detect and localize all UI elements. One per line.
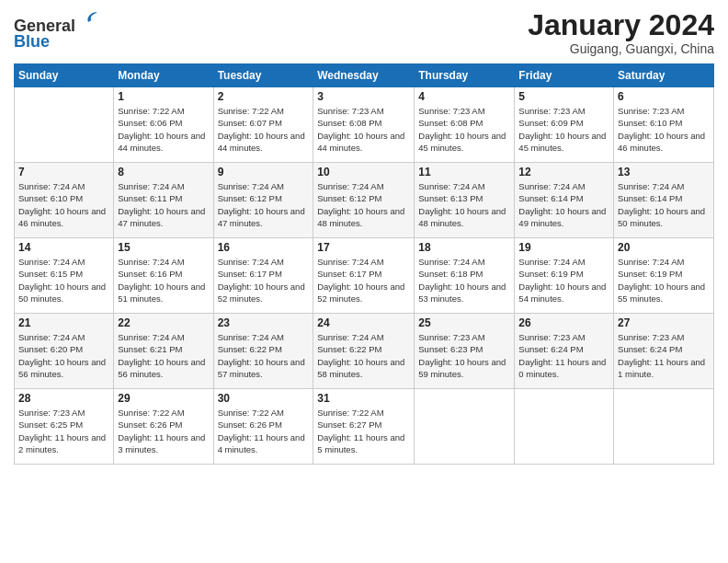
- day-number: 5: [518, 90, 609, 103]
- col-tuesday: Tuesday: [213, 64, 313, 87]
- day-info: Sunrise: 7:23 AM Sunset: 6:24 PM Dayligh…: [518, 331, 609, 380]
- calendar-day-cell: 20Sunrise: 7:24 AM Sunset: 6:19 PM Dayli…: [614, 238, 714, 314]
- day-number: 28: [18, 392, 109, 405]
- day-info: Sunrise: 7:23 AM Sunset: 6:24 PM Dayligh…: [618, 331, 710, 380]
- calendar-day-cell: 6Sunrise: 7:23 AM Sunset: 6:10 PM Daylig…: [614, 87, 714, 163]
- col-saturday: Saturday: [614, 64, 714, 87]
- day-info: Sunrise: 7:24 AM Sunset: 6:12 PM Dayligh…: [317, 180, 410, 229]
- day-info: Sunrise: 7:24 AM Sunset: 6:13 PM Dayligh…: [418, 180, 510, 229]
- day-info: Sunrise: 7:24 AM Sunset: 6:14 PM Dayligh…: [518, 180, 609, 229]
- day-info: Sunrise: 7:24 AM Sunset: 6:12 PM Dayligh…: [218, 180, 310, 229]
- location: Guigang, Guangxi, China: [528, 41, 714, 56]
- day-info: Sunrise: 7:23 AM Sunset: 6:10 PM Dayligh…: [618, 105, 710, 154]
- day-number: 4: [418, 90, 510, 103]
- calendar-day-cell: 15Sunrise: 7:24 AM Sunset: 6:16 PM Dayli…: [114, 238, 213, 314]
- day-info: Sunrise: 7:24 AM Sunset: 6:16 PM Dayligh…: [118, 256, 209, 304]
- day-number: 15: [118, 241, 209, 254]
- header: General Blue January 2024 Guigang, Guang…: [14, 9, 714, 56]
- calendar-day-cell: 10Sunrise: 7:24 AM Sunset: 6:12 PM Dayli…: [313, 163, 415, 238]
- day-number: 3: [317, 90, 410, 103]
- day-info: Sunrise: 7:24 AM Sunset: 6:21 PM Dayligh…: [118, 331, 209, 380]
- calendar-day-cell: 23Sunrise: 7:24 AM Sunset: 6:22 PM Dayli…: [213, 314, 313, 389]
- day-number: 31: [317, 392, 410, 405]
- calendar-day-cell: 4Sunrise: 7:23 AM Sunset: 6:08 PM Daylig…: [415, 87, 515, 163]
- day-number: 19: [518, 241, 609, 254]
- day-number: 21: [18, 316, 109, 329]
- calendar-day-cell: 21Sunrise: 7:24 AM Sunset: 6:20 PM Dayli…: [15, 314, 114, 389]
- day-number: 1: [118, 90, 209, 103]
- calendar-day-cell: 13Sunrise: 7:24 AM Sunset: 6:14 PM Dayli…: [614, 163, 714, 238]
- calendar-header-row: Sunday Monday Tuesday Wednesday Thursday…: [15, 64, 714, 87]
- calendar-week-row: 21Sunrise: 7:24 AM Sunset: 6:20 PM Dayli…: [15, 314, 714, 389]
- day-info: Sunrise: 7:22 AM Sunset: 6:07 PM Dayligh…: [218, 105, 310, 154]
- calendar-day-cell: 5Sunrise: 7:23 AM Sunset: 6:09 PM Daylig…: [515, 87, 614, 163]
- day-info: Sunrise: 7:24 AM Sunset: 6:14 PM Dayligh…: [618, 180, 710, 229]
- calendar-day-cell: 9Sunrise: 7:24 AM Sunset: 6:12 PM Daylig…: [213, 163, 313, 238]
- calendar-day-cell: 28Sunrise: 7:23 AM Sunset: 6:25 PM Dayli…: [15, 389, 114, 465]
- day-info: Sunrise: 7:24 AM Sunset: 6:17 PM Dayligh…: [218, 256, 310, 304]
- day-number: 23: [218, 316, 310, 329]
- calendar-day-cell: 25Sunrise: 7:23 AM Sunset: 6:23 PM Dayli…: [415, 314, 515, 389]
- day-info: Sunrise: 7:23 AM Sunset: 6:08 PM Dayligh…: [317, 105, 410, 154]
- month-title: January 2024: [528, 9, 714, 41]
- calendar-week-row: 14Sunrise: 7:24 AM Sunset: 6:15 PM Dayli…: [15, 238, 714, 314]
- day-number: 7: [18, 166, 109, 178]
- col-sunday: Sunday: [15, 64, 114, 87]
- day-info: Sunrise: 7:22 AM Sunset: 6:06 PM Dayligh…: [118, 105, 209, 154]
- day-info: Sunrise: 7:23 AM Sunset: 6:23 PM Dayligh…: [418, 331, 510, 380]
- day-info: Sunrise: 7:24 AM Sunset: 6:10 PM Dayligh…: [18, 180, 109, 229]
- day-number: 6: [618, 90, 710, 103]
- day-number: 2: [218, 90, 310, 103]
- calendar-day-cell: [415, 389, 515, 465]
- day-number: 11: [418, 166, 510, 178]
- day-number: 10: [317, 166, 410, 178]
- day-number: 18: [418, 241, 510, 254]
- calendar-day-cell: 16Sunrise: 7:24 AM Sunset: 6:17 PM Dayli…: [213, 238, 313, 314]
- calendar-day-cell: 8Sunrise: 7:24 AM Sunset: 6:11 PM Daylig…: [114, 163, 213, 238]
- day-info: Sunrise: 7:23 AM Sunset: 6:08 PM Dayligh…: [418, 105, 510, 154]
- day-number: 26: [518, 316, 609, 329]
- page: General Blue January 2024 Guigang, Guang…: [0, 0, 728, 563]
- calendar-day-cell: 14Sunrise: 7:24 AM Sunset: 6:15 PM Dayli…: [15, 238, 114, 314]
- calendar-day-cell: [15, 87, 114, 163]
- day-info: Sunrise: 7:24 AM Sunset: 6:22 PM Dayligh…: [218, 331, 310, 380]
- calendar-week-row: 28Sunrise: 7:23 AM Sunset: 6:25 PM Dayli…: [15, 389, 714, 465]
- calendar-week-row: 1Sunrise: 7:22 AM Sunset: 6:06 PM Daylig…: [15, 87, 714, 163]
- day-number: 20: [618, 241, 710, 254]
- day-info: Sunrise: 7:24 AM Sunset: 6:20 PM Dayligh…: [18, 331, 109, 380]
- calendar-day-cell: 30Sunrise: 7:22 AM Sunset: 6:26 PM Dayli…: [213, 389, 313, 465]
- calendar-day-cell: 24Sunrise: 7:24 AM Sunset: 6:22 PM Dayli…: [313, 314, 415, 389]
- calendar-day-cell: 2Sunrise: 7:22 AM Sunset: 6:07 PM Daylig…: [213, 87, 313, 163]
- calendar-day-cell: 26Sunrise: 7:23 AM Sunset: 6:24 PM Dayli…: [515, 314, 614, 389]
- calendar-day-cell: 17Sunrise: 7:24 AM Sunset: 6:17 PM Dayli…: [313, 238, 415, 314]
- day-number: 22: [118, 316, 209, 329]
- day-info: Sunrise: 7:24 AM Sunset: 6:17 PM Dayligh…: [317, 256, 410, 304]
- day-info: Sunrise: 7:22 AM Sunset: 6:27 PM Dayligh…: [317, 407, 410, 455]
- col-monday: Monday: [114, 64, 213, 87]
- title-block: January 2024 Guigang, Guangxi, China: [528, 9, 714, 56]
- day-info: Sunrise: 7:23 AM Sunset: 6:25 PM Dayligh…: [18, 407, 109, 455]
- day-number: 16: [218, 241, 310, 254]
- calendar-table: Sunday Monday Tuesday Wednesday Thursday…: [14, 63, 714, 465]
- calendar-day-cell: [614, 389, 714, 465]
- day-info: Sunrise: 7:23 AM Sunset: 6:09 PM Dayligh…: [518, 105, 609, 154]
- col-wednesday: Wednesday: [313, 64, 415, 87]
- day-number: 25: [418, 316, 510, 329]
- calendar-day-cell: 11Sunrise: 7:24 AM Sunset: 6:13 PM Dayli…: [415, 163, 515, 238]
- day-info: Sunrise: 7:24 AM Sunset: 6:19 PM Dayligh…: [518, 256, 609, 304]
- col-friday: Friday: [515, 64, 614, 87]
- day-number: 17: [317, 241, 410, 254]
- calendar-day-cell: 1Sunrise: 7:22 AM Sunset: 6:06 PM Daylig…: [114, 87, 213, 163]
- calendar-day-cell: 18Sunrise: 7:24 AM Sunset: 6:18 PM Dayli…: [415, 238, 515, 314]
- day-number: 9: [218, 166, 310, 178]
- calendar-day-cell: 12Sunrise: 7:24 AM Sunset: 6:14 PM Dayli…: [515, 163, 614, 238]
- day-info: Sunrise: 7:24 AM Sunset: 6:22 PM Dayligh…: [317, 331, 410, 380]
- col-thursday: Thursday: [415, 64, 515, 87]
- day-number: 29: [118, 392, 209, 405]
- day-number: 8: [118, 166, 209, 178]
- calendar-day-cell: 7Sunrise: 7:24 AM Sunset: 6:10 PM Daylig…: [15, 163, 114, 238]
- logo: General Blue: [14, 9, 99, 52]
- calendar-day-cell: 29Sunrise: 7:22 AM Sunset: 6:26 PM Dayli…: [114, 389, 213, 465]
- calendar-day-cell: 22Sunrise: 7:24 AM Sunset: 6:21 PM Dayli…: [114, 314, 213, 389]
- calendar-day-cell: 31Sunrise: 7:22 AM Sunset: 6:27 PM Dayli…: [313, 389, 415, 465]
